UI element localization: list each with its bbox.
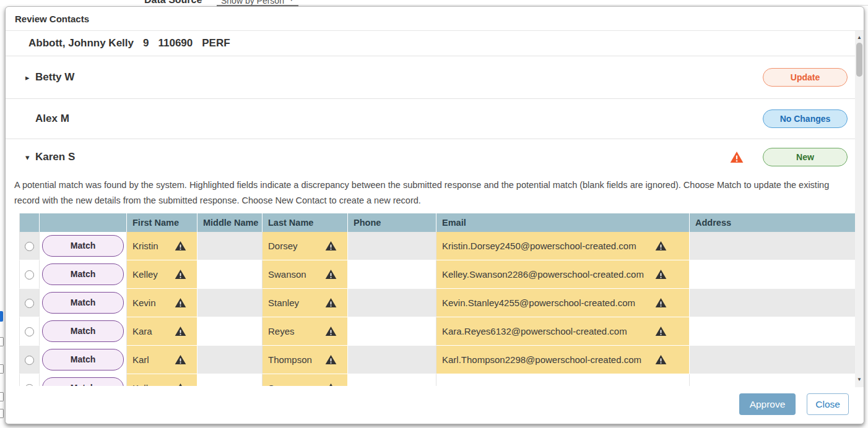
warning-icon: [325, 297, 337, 308]
middle-name-cell: [197, 317, 263, 346]
scrollbar-thumb[interactable]: [856, 43, 862, 77]
phone-cell: [348, 317, 436, 346]
background-checkbox-fragment: [0, 337, 4, 346]
table-row: Match Kristin Dorsey Kristin.Dorsey2450@…: [19, 232, 862, 260]
match-radio[interactable]: [25, 270, 34, 280]
contact-row-karen[interactable]: ▾ Karen S New: [6, 139, 864, 175]
address-header: Address: [690, 213, 862, 232]
warning-icon: [175, 326, 186, 336]
first-name-header: First Name: [127, 213, 197, 232]
page: Data Source Show by Person ▾ Review Cont…: [0, 0, 868, 428]
background-checkbox-fragment: [0, 392, 4, 401]
phone-cell: [348, 232, 436, 260]
warning-icon: [175, 241, 186, 251]
first-name-cell: Karl: [132, 354, 149, 365]
match-radio[interactable]: [25, 242, 34, 251]
table-row: Match Karl Thompson Karl.Thompson2298@po…: [19, 346, 862, 374]
address-cell: [690, 260, 862, 289]
toolbar-border: [298, 5, 868, 6]
scroll-down-icon[interactable]: ▼: [855, 377, 864, 382]
last-name-cell: Thompson: [268, 354, 312, 365]
dialog-titlebar: Review Contacts: [6, 7, 864, 30]
status-update-button[interactable]: Update: [763, 68, 848, 87]
dialog-footer: Approve Close: [6, 386, 864, 424]
middle-name-cell: [197, 260, 263, 289]
contact-name: Karen S: [35, 151, 75, 163]
status-new-button[interactable]: New: [763, 148, 848, 166]
warning-icon: [655, 326, 667, 336]
approve-button[interactable]: Approve: [739, 393, 796, 415]
review-contacts-dialog: Review Contacts Abbott, Johnny Kelly9110…: [5, 6, 864, 424]
status-no-changes-badge[interactable]: No Changes: [763, 109, 848, 128]
email-cell: Kara.Reyes6132@powerschool-created.com: [442, 326, 627, 336]
match-help-text: A potential match was found by the syste…: [14, 178, 839, 208]
address-cell: [690, 346, 862, 374]
warning-icon: [325, 269, 337, 280]
warning-icon: [175, 297, 186, 308]
contact-row-betty[interactable]: ▸ Betty W Update: [6, 56, 864, 98]
table-row: Match Kelley Swanson Kelley.Swanson2286@…: [19, 260, 862, 289]
warning-icon: [175, 354, 186, 365]
warning-icon: [655, 297, 667, 308]
background-toolbar: Data Source Show by Person ▾: [0, 0, 868, 6]
match-button[interactable]: Match: [42, 349, 124, 370]
middle-name-cell: [197, 289, 263, 317]
close-button[interactable]: Close: [807, 393, 849, 415]
middle-name-header: Middle Name: [197, 213, 263, 232]
background-checkbox-fragment: [0, 409, 4, 418]
email-cell: Karl.Thompson2298@powerschool-created.co…: [442, 354, 641, 365]
email-cell: Kevin.Stanley4255@powerschool-created.co…: [442, 297, 635, 308]
address-cell: [690, 289, 862, 317]
table-row: Match Kevin Stanley Kevin.Stanley4255@po…: [19, 289, 862, 317]
match-button[interactable]: Match: [42, 235, 124, 257]
phone-cell: [348, 346, 436, 374]
match-radio[interactable]: [25, 299, 34, 308]
table-row: Match Kelly Sarna: [19, 374, 862, 387]
warning-icon: [175, 269, 186, 280]
address-cell: [690, 232, 862, 260]
contact-name: Alex M: [35, 113, 69, 125]
student-school: PERF: [202, 37, 230, 49]
first-name-cell: Kristin: [132, 241, 158, 251]
first-name-cell: Kevin: [132, 297, 156, 308]
match-button[interactable]: Match: [42, 320, 124, 342]
contact-name: Betty W: [35, 71, 74, 83]
middle-name-cell: [197, 346, 263, 374]
table-row: Match Kara Reyes Kara.Reyes6132@powersch…: [19, 317, 862, 346]
warning-icon: [325, 354, 337, 365]
last-name-cell: Reyes: [268, 326, 295, 336]
match-button[interactable]: Match: [42, 263, 124, 285]
email-cell: Kelley.Swanson2286@powerschool-created.c…: [442, 269, 644, 280]
phone-header: Phone: [348, 213, 436, 232]
match-radio[interactable]: [25, 327, 34, 336]
last-name-cell: Dorsey: [268, 241, 298, 251]
first-name-cell: Kara: [132, 326, 152, 336]
last-name-header: Last Name: [263, 213, 348, 232]
scrollbar[interactable]: ▲ ▼: [855, 31, 864, 387]
expander-collapsed-icon[interactable]: ▸: [25, 73, 35, 82]
phone-cell: [348, 374, 436, 387]
warning-icon: [325, 326, 337, 336]
potential-match-table: First Name Middle Name Last Name Phone E…: [19, 213, 862, 387]
contact-row-alex[interactable]: Alex M No Changes: [6, 99, 864, 139]
data-source-label: Data Source: [144, 0, 202, 6]
phone-cell: [348, 289, 436, 317]
table-header-row: First Name Middle Name Last Name Phone E…: [19, 213, 862, 232]
match-radio[interactable]: [25, 356, 34, 365]
middle-name-cell: [197, 232, 263, 260]
expander-expanded-icon[interactable]: ▾: [25, 153, 35, 162]
first-name-cell: Kelley: [132, 269, 158, 280]
student-grade: 9: [143, 37, 149, 49]
address-cell: [690, 317, 862, 346]
radio-column-header: [19, 213, 40, 232]
warning-icon: [655, 354, 667, 365]
chevron-down-icon: ▾: [290, 0, 293, 3]
warning-icon: [655, 241, 667, 251]
dialog-scroll-region: Abbott, Johnny Kelly9110690PERF ▸ Betty …: [6, 30, 864, 387]
match-column-header: [40, 213, 127, 232]
student-name: Abbott, Johnny Kelly: [28, 37, 134, 49]
match-button[interactable]: Match: [42, 292, 124, 314]
scroll-up-icon[interactable]: ▲: [855, 35, 864, 40]
last-name-cell: Swanson: [268, 269, 306, 280]
email-cell: [436, 374, 690, 387]
